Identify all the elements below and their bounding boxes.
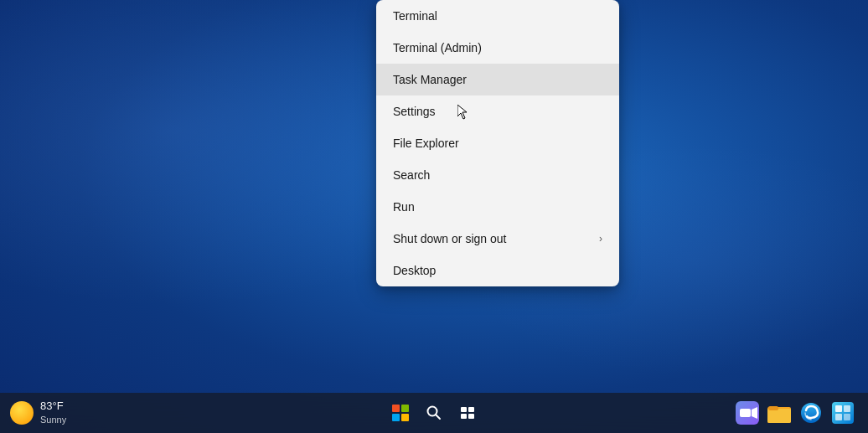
svg-rect-12	[768, 406, 778, 410]
weather-temperature: 83°F	[40, 399, 66, 414]
svg-rect-6	[468, 414, 474, 419]
start-button[interactable]	[385, 398, 416, 428]
weather-condition: Sunny	[40, 414, 66, 425]
svg-rect-4	[468, 407, 474, 412]
windows-logo-icon	[392, 405, 409, 421]
edge-button[interactable]	[796, 398, 826, 428]
svg-rect-8	[740, 409, 751, 417]
weather-widget[interactable]: 83°F Sunny	[10, 399, 66, 425]
menu-item-search[interactable]: Search	[376, 159, 619, 191]
taskbar: 83°F Sunny	[0, 393, 868, 433]
zoom-button[interactable]	[732, 398, 762, 428]
svg-rect-5	[461, 414, 467, 419]
menu-item-run[interactable]: Run	[376, 191, 619, 223]
taskview-icon	[459, 405, 476, 421]
menu-item-terminal[interactable]: Terminal	[376, 0, 619, 32]
svg-line-2	[437, 415, 441, 420]
menu-item-desktop[interactable]: Desktop	[376, 255, 619, 286]
svg-rect-3	[461, 407, 467, 412]
zoom-icon	[736, 401, 759, 425]
taskbar-right	[732, 398, 858, 428]
menu-item-settings[interactable]: Settings	[376, 95, 619, 127]
svg-rect-16	[844, 405, 850, 412]
context-menu: Terminal Terminal (Admin) Task Manager S…	[376, 0, 619, 286]
svg-rect-14	[832, 402, 854, 424]
store-icon	[832, 402, 854, 424]
menu-item-task-manager[interactable]: Task Manager	[376, 64, 619, 95]
submenu-arrow-icon: ›	[599, 233, 602, 245]
file-explorer-button[interactable]	[764, 398, 794, 428]
weather-sun-icon	[10, 401, 34, 425]
svg-rect-11	[767, 409, 791, 423]
file-explorer-icon	[767, 402, 791, 424]
svg-rect-18	[844, 414, 850, 420]
task-view-button[interactable]	[452, 398, 483, 428]
menu-item-shutdown[interactable]: Shut down or sign out ›	[376, 223, 619, 255]
store-button[interactable]	[828, 398, 858, 428]
search-icon	[426, 405, 442, 421]
search-button[interactable]	[419, 398, 449, 428]
edge-icon	[800, 402, 822, 424]
desktop: Terminal Terminal (Admin) Task Manager S…	[0, 0, 868, 433]
taskbar-center	[385, 398, 483, 428]
menu-item-file-explorer[interactable]: File Explorer	[376, 127, 619, 159]
menu-item-terminal-admin[interactable]: Terminal (Admin)	[376, 32, 619, 64]
svg-rect-15	[835, 405, 842, 412]
svg-rect-17	[835, 414, 842, 420]
taskbar-left: 83°F Sunny	[10, 399, 66, 425]
